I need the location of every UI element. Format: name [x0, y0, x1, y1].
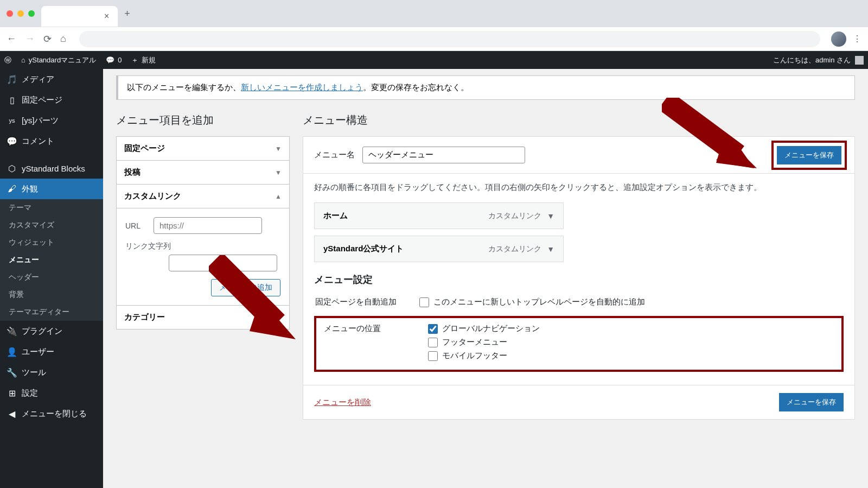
link-text-label: リンク文字列 — [125, 242, 280, 251]
window-controls — [7, 10, 35, 17]
sidebar-item-pages[interactable]: ▯固定ページ — [0, 90, 103, 110]
forward-button[interactable]: → — [25, 33, 35, 45]
location-footer-checkbox[interactable] — [428, 338, 438, 347]
submenu-background[interactable]: 背景 — [0, 286, 103, 303]
comment-count: 0 — [118, 56, 122, 64]
submenu-widget[interactable]: ウィジェット — [0, 234, 103, 251]
browser-tab-bar: × + — [0, 0, 868, 27]
location-mobile-checkbox[interactable] — [428, 351, 438, 361]
menu-item[interactable]: ホーム カスタムリンク▼ — [314, 202, 564, 229]
location-global-checkbox[interactable] — [428, 324, 438, 334]
location-mobile-label[interactable]: モバイルフッター — [442, 351, 507, 361]
window-minimize[interactable] — [17, 10, 24, 17]
plus-icon: ＋ — [131, 55, 138, 65]
save-menu-button-bottom[interactable]: メニューを保存 — [779, 393, 844, 411]
admin-sidebar: 🎵メディア ▯固定ページ ys[ys]パーツ 💬コメント ⬡yStandard … — [0, 69, 103, 488]
new-tab-button[interactable]: + — [124, 8, 130, 20]
wp-logo[interactable]: ⓦ — [4, 55, 11, 65]
sidebar-item-media[interactable]: 🎵メディア — [0, 69, 103, 90]
delete-menu-link[interactable]: メニューを削除 — [314, 397, 371, 408]
notice-suffix: 。変更の保存をお忘れなく。 — [363, 83, 469, 92]
back-button[interactable]: ← — [7, 33, 16, 45]
submenu-menu[interactable]: メニュー — [0, 251, 103, 269]
auto-add-checkbox[interactable] — [419, 297, 429, 307]
sidebar-item-users[interactable]: 👤ユーザー — [0, 341, 103, 362]
new-content-link[interactable]: ＋ 新規 — [131, 55, 156, 65]
caret-down-icon: ▼ — [275, 145, 282, 153]
sidebar-item-label: 外観 — [22, 184, 38, 194]
accordion-label: 投稿 — [124, 167, 141, 178]
page-icon: ▯ — [7, 94, 17, 105]
browser-menu-icon[interactable]: ⋮ — [853, 34, 861, 44]
user-avatar — [855, 56, 864, 65]
menu-panel: メニュー名 メニューを保存 好みの順番に各項目をドラッグしてください。項目の右側… — [303, 136, 855, 420]
window-close[interactable] — [7, 10, 13, 17]
plugin-icon: 🔌 — [7, 326, 17, 337]
annotation-arrow — [209, 255, 307, 353]
add-menu-items-heading: メニュー項目を追加 — [116, 113, 290, 128]
notice-prefix: 以下のメニューを編集するか、 — [127, 83, 241, 92]
menu-body: 好みの順番に各項目をドラッグしてください。項目の右側の矢印をクリックすると、追加… — [303, 174, 854, 385]
sidebar-item-tools[interactable]: 🔧ツール — [0, 362, 103, 383]
accordion-label: カスタムリンク — [124, 191, 181, 201]
accordion-fixed-pages[interactable]: 固定ページ ▼ — [117, 137, 289, 161]
media-icon: 🎵 — [7, 74, 17, 85]
auto-add-desc[interactable]: このメニューに新しいトップレベルページを自動的に追加 — [433, 297, 645, 307]
sidebar-item-label: 固定ページ — [22, 95, 62, 105]
save-menu-button-top[interactable]: メニューを保存 — [777, 146, 841, 164]
menu-name-label: メニュー名 — [314, 150, 355, 160]
close-tab-icon[interactable]: × — [104, 11, 109, 21]
cube-icon: ⬡ — [7, 163, 17, 174]
menu-header: メニュー名 メニューを保存 — [303, 137, 854, 174]
comments-link[interactable]: 💬 0 — [106, 56, 122, 64]
submenu-theme[interactable]: テーマ — [0, 199, 103, 217]
accordion-posts[interactable]: 投稿 ▼ — [117, 161, 289, 185]
window-maximize[interactable] — [28, 10, 35, 17]
wp-admin-bar: ⓦ ⌂ yStandardマニュアル 💬 0 ＋ 新規 こんにちは、admin … — [0, 51, 868, 69]
profile-avatar[interactable] — [831, 31, 846, 47]
sidebar-item-appearance[interactable]: 🖌外観 — [0, 179, 103, 199]
sidebar-item-label: ツール — [22, 367, 46, 378]
submenu-theme-editor[interactable]: テーマエディター — [0, 303, 103, 321]
sidebar-item-label: メディア — [22, 74, 54, 85]
caret-down-icon[interactable]: ▼ — [547, 245, 554, 253]
menu-item-type: カスタムリンク — [488, 211, 541, 221]
new-label: 新規 — [142, 55, 156, 65]
accordion-label: 固定ページ — [124, 143, 165, 154]
submenu-customize[interactable]: カスタマイズ — [0, 217, 103, 234]
sidebar-item-label: ユーザー — [22, 347, 54, 357]
url-input[interactable] — [154, 217, 262, 234]
auto-add-label: 固定ページを自動追加 — [315, 293, 418, 315]
sidebar-item-comments[interactable]: 💬コメント — [0, 131, 103, 151]
menu-item-title: ホーム — [323, 211, 348, 221]
greeting-text: こんにちは、admin さん — [773, 55, 851, 65]
sidebar-item-settings[interactable]: ⊞設定 — [0, 383, 103, 403]
location-footer-label[interactable]: フッターメニュー — [442, 337, 507, 347]
sidebar-collapse[interactable]: ◀メニューを閉じる — [0, 403, 103, 424]
url-bar[interactable] — [79, 31, 820, 47]
menu-structure-heading: メニュー構造 — [303, 113, 855, 128]
browser-tab[interactable]: × — [41, 6, 118, 27]
drag-instruction: 好みの順番に各項目をドラッグしてください。項目の右側の矢印をクリックすると、追加… — [314, 182, 844, 193]
sidebar-item-label: yStandard Blocks — [22, 164, 85, 173]
site-name-link[interactable]: ⌂ yStandardマニュアル — [21, 55, 96, 65]
sidebar-item-plugins[interactable]: 🔌プラグイン — [0, 321, 103, 341]
accordion-custom-link[interactable]: カスタムリンク ▲ — [117, 185, 289, 208]
brush-icon: 🖌 — [7, 183, 17, 194]
ys-icon: ys — [7, 115, 17, 126]
submenu-header[interactable]: ヘッダー — [0, 269, 103, 286]
my-account[interactable]: こんにちは、admin さん — [773, 55, 864, 65]
menu-name-input[interactable] — [362, 147, 525, 163]
menu-footer: メニューを削除 メニューを保存 — [303, 385, 854, 419]
sidebar-item-ystandard-blocks[interactable]: ⬡yStandard Blocks — [0, 158, 103, 179]
menu-item-type: カスタムリンク — [488, 244, 541, 254]
menu-item[interactable]: yStandard公式サイト カスタムリンク▼ — [314, 236, 564, 262]
sidebar-item-ys-parts[interactable]: ys[ys]パーツ — [0, 110, 103, 131]
home-button[interactable]: ⌂ — [60, 33, 66, 45]
caret-down-icon[interactable]: ▼ — [547, 212, 554, 220]
sliders-icon: ⊞ — [7, 388, 17, 398]
reload-button[interactable]: ⟳ — [43, 33, 52, 45]
location-global-label[interactable]: グローバルナビゲーション — [442, 324, 540, 334]
create-new-menu-link[interactable]: 新しいメニューを作成しましょう — [241, 83, 363, 92]
wrench-icon: 🔧 — [7, 367, 17, 378]
